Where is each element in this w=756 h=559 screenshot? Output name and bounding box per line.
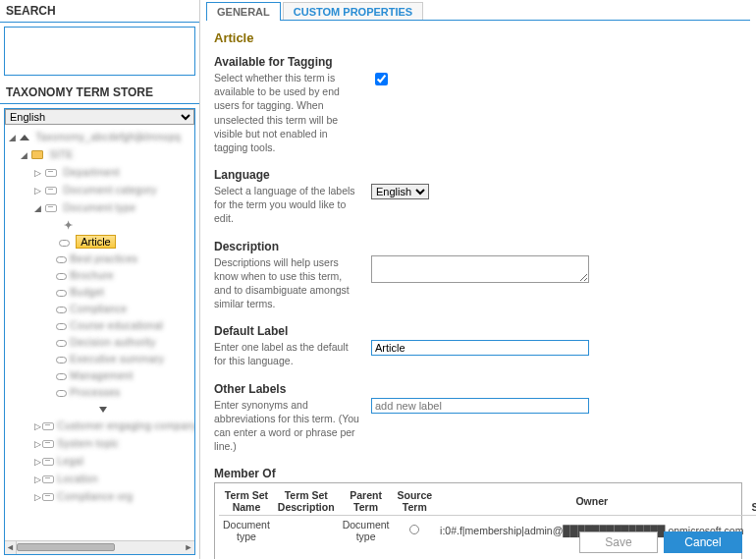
tab-general[interactable]: GENERAL [206,2,281,21]
term-icon [56,290,67,297]
tree-term-label[interactable]: Brochure [70,269,114,281]
tree-termset-label[interactable]: Customer engaging company [57,419,194,431]
down-arrow-icon[interactable] [99,407,107,413]
other-labels-label: Other Labels [214,382,742,396]
term-set-icon [45,204,57,212]
tree-termset-label[interactable]: System topic [57,437,119,449]
tree-term-label[interactable]: Management [70,369,133,381]
member-of-label: Member Of [214,467,742,480]
term-set-icon [42,475,54,483]
expander-icon[interactable]: ◢ [19,147,28,164]
term-set-icon [42,422,54,430]
tree-termset-label[interactable]: Compliance org [57,490,133,502]
language-desc: Select a language of the labels for the … [214,184,371,226]
scroll-right-icon[interactable]: ► [183,541,194,554]
term-title: Article [214,30,742,45]
term-store-language-select[interactable]: English [5,109,194,125]
expander-icon[interactable]: ▷ [32,183,42,199]
cell-term-set-desc [274,516,339,546]
expander-icon[interactable]: ▷ [32,489,42,506]
cell-pin-source [747,516,756,546]
save-button[interactable]: Save [579,531,658,553]
tree-term-label[interactable]: Budget [70,286,104,298]
scroll-thumb[interactable] [17,543,115,551]
cell-parent-term: Document type [339,516,394,546]
language-label: Language [214,168,742,182]
cell-source-term [393,516,436,546]
up-arrow-icon[interactable]: ✦ [64,219,73,231]
col-owner: Owner [436,487,747,516]
home-icon [20,135,29,140]
tree-term-label[interactable]: Compliance [70,303,127,314]
tree-term-label[interactable]: Processes [70,386,120,398]
other-labels-desc: Enter synonyms and abbreviations for thi… [214,398,371,454]
col-pin-source: Pin Source [747,487,756,516]
term-icon [56,323,67,330]
tab-custom-properties[interactable]: CUSTOM PROPERTIES [283,2,423,21]
expander-icon[interactable]: ▷ [32,472,42,488]
tree-termset-label[interactable]: Location [57,473,98,484]
description-textarea[interactable] [371,255,589,283]
tagging-checkbox[interactable] [375,73,388,85]
term-store-header: TAXONOMY TERM STORE [0,82,199,103]
expander-icon[interactable]: ▷ [32,419,42,435]
term-set-icon [42,440,54,448]
tree-term-label[interactable]: Executive summary [70,353,164,364]
expander-icon[interactable]: ▷ [32,454,42,471]
default-label-input[interactable] [371,340,589,356]
term-icon [56,340,67,347]
expander-icon[interactable]: ▷ [32,165,42,182]
col-term-set-desc: Term Set Description [274,487,339,516]
cancel-button[interactable]: Cancel [664,531,742,553]
term-set-icon [45,169,57,177]
tree-termset-label[interactable]: Department [63,166,119,178]
tagging-desc: Select whether this term is available to… [214,71,371,154]
language-select[interactable]: English [371,184,429,199]
expander-icon[interactable]: ◢ [7,130,17,146]
tree-term-label[interactable]: Course educational [70,319,163,331]
tree-termset-label[interactable]: Document type [63,201,135,213]
tree-term-label[interactable]: Decision authority [70,336,155,348]
col-source-term: Source Term [393,487,436,516]
term-icon [56,373,67,380]
description-label: Description [214,240,742,253]
term-icon [56,307,67,313]
expander-icon[interactable]: ◢ [32,200,42,217]
term-icon [59,240,70,247]
term-set-icon [42,458,54,466]
term-icon [56,273,67,280]
col-term-set-name: Term Set Name [219,487,274,516]
default-label-desc: Enter one label as the default for this … [214,340,371,367]
term-icon [56,256,67,263]
col-parent-term: Parent Term [339,487,394,516]
term-set-icon [42,493,54,501]
tree-root-label[interactable]: Taxonomy_abcdefghijklmnopq [35,131,181,142]
tree-term-selected[interactable]: Article [76,235,116,249]
other-labels-input[interactable] [371,398,589,414]
tree-group-label[interactable]: SITE [49,148,73,160]
tree-termset-label[interactable]: Legal [57,455,83,467]
default-label-label: Default Label [214,324,742,338]
term-set-icon [45,187,57,195]
scroll-left-icon[interactable]: ◄ [5,541,17,554]
cell-term-set-name: Document type [219,516,274,546]
term-icon [56,357,67,363]
description-desc: Descriptions will help users know when t… [214,255,371,311]
tagging-label: Available for Tagging [214,55,742,69]
tree-termset-label[interactable]: Document category [63,184,156,196]
search-header: SEARCH [0,0,199,22]
tree-term-label[interactable]: Best practices [70,252,137,264]
expander-icon[interactable]: ▷ [32,436,42,453]
taxonomy-tree[interactable]: ◢ Taxonomy_abcdefghijklmnopq ◢ SITE ▷ De… [5,125,194,554]
search-box[interactable] [4,27,195,76]
folder-icon [31,150,43,159]
horizontal-scrollbar[interactable]: ◄ ► [5,540,194,554]
term-icon [56,390,67,397]
radio-icon[interactable] [409,525,419,534]
